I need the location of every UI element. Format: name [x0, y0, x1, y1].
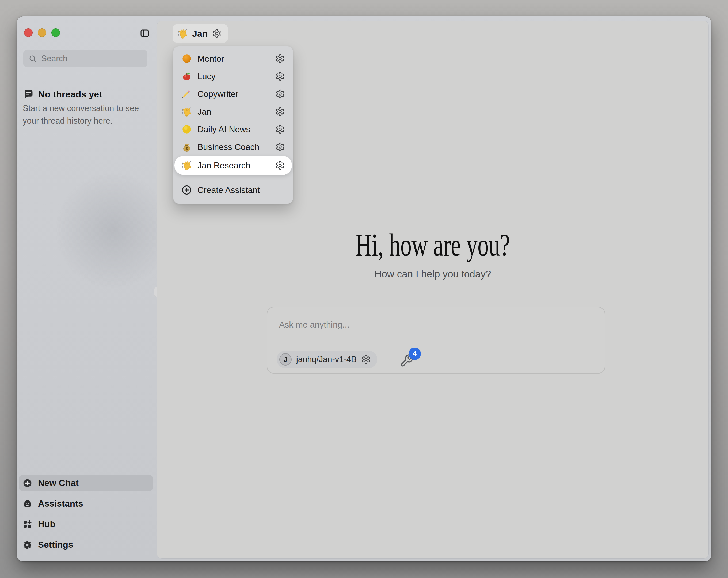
plus-circle-icon [181, 185, 192, 195]
menu-item-lucy[interactable]: Lucy [175, 68, 292, 85]
plus-circle-icon [23, 478, 32, 488]
menu-item-label: Jan Research [198, 160, 275, 171]
money-bag-emoji-icon [181, 142, 192, 152]
assistant-settings-icon[interactable] [275, 71, 285, 81]
desktop-background: Search No threads yet Start a new conver… [0, 0, 728, 578]
main-topbar: Jan [157, 21, 708, 46]
sidebar-item-settings[interactable]: Settings [19, 537, 153, 553]
orange-circle-emoji-icon [181, 53, 192, 64]
sidebar-item-label: Settings [38, 540, 73, 550]
model-settings-icon[interactable] [361, 355, 371, 364]
menu-item-mentor[interactable]: Mentor [175, 50, 292, 68]
empty-state-header: No threads yet [23, 89, 102, 100]
sidebar-item-new-chat[interactable]: New Chat [19, 475, 153, 491]
model-avatar: J [279, 353, 292, 366]
assistant-settings-icon[interactable] [275, 124, 285, 134]
tools-count-badge: 4 [409, 348, 421, 360]
sidebar-item-hub[interactable]: Hub [19, 516, 153, 532]
menu-item-label: Business Coach [198, 142, 275, 152]
menu-item-jan[interactable]: Jan [175, 103, 292, 120]
menu-item-copywriter[interactable]: Copywriter [175, 85, 292, 103]
minimize-button[interactable] [38, 28, 46, 37]
sidebar-item-label: Assistants [38, 499, 83, 509]
assistant-settings-icon[interactable] [275, 107, 285, 117]
pencil-emoji-icon [181, 89, 192, 99]
assistant-settings-icon[interactable] [275, 160, 285, 170]
message-square-icon [23, 89, 34, 100]
menu-item-business-coach[interactable]: Business Coach [175, 138, 292, 156]
greeting-title: Hi, how are you? [356, 227, 510, 263]
create-assistant-button[interactable]: Create Assistant [175, 181, 292, 199]
menu-item-jan-research[interactable]: Jan Research [175, 156, 292, 175]
search-input[interactable]: Search [23, 50, 148, 67]
sidebar-toggle-button[interactable] [140, 28, 150, 38]
model-selector-button[interactable]: J janhq/Jan-v1-4B [277, 351, 377, 368]
menu-item-label: Mentor [198, 54, 275, 64]
gear-icon[interactable] [212, 29, 222, 38]
assistant-settings-icon[interactable] [275, 89, 285, 99]
model-name: janhq/Jan-v1-4B [296, 355, 357, 364]
tools-button[interactable]: 4 [400, 354, 426, 375]
wave-emoji-icon [181, 160, 192, 171]
panel-left-icon [140, 28, 150, 38]
menu-item-label: Copywriter [198, 89, 275, 99]
assistant-settings-icon[interactable] [275, 142, 285, 152]
composer-placeholder: Ask me anything... [279, 320, 349, 330]
assistant-settings-icon[interactable] [275, 54, 285, 64]
menu-item-label: Jan [198, 107, 275, 117]
menu-item-label: Daily AI News [198, 124, 275, 134]
empty-state-description: Start a new conversation to see your thr… [23, 102, 144, 127]
gear-icon [23, 540, 32, 550]
empty-state-title: No threads yet [38, 89, 102, 100]
grid-plus-icon [23, 520, 32, 529]
zoom-button[interactable] [51, 28, 60, 37]
menu-divider [173, 178, 293, 178]
menu-item-label: Lucy [198, 71, 275, 81]
assistant-selector-label: Jan [192, 28, 208, 39]
assistant-menu: Mentor Lucy Copywriter Jan [173, 46, 293, 204]
create-assistant-label: Create Assistant [198, 185, 260, 195]
sidebar-nav: New Chat Assistants Hub Settings [19, 475, 153, 553]
assistant-bot-icon [23, 499, 32, 509]
menu-item-daily-ai-news[interactable]: Daily AI News [175, 120, 292, 138]
main-panel: Jan Mentor Lucy Copywriter [157, 21, 708, 558]
app-window: Search No threads yet Start a new conver… [17, 16, 711, 561]
search-placeholder: Search [41, 54, 68, 64]
yellow-circle-emoji-icon [181, 124, 192, 134]
sidebar-item-label: New Chat [38, 478, 79, 488]
sidebar-item-label: Hub [38, 519, 55, 529]
assistant-selector-button[interactable]: Jan [173, 24, 228, 43]
close-button[interactable] [24, 28, 33, 37]
red-apple-emoji-icon [181, 71, 192, 82]
traffic-lights [24, 28, 60, 37]
sidebar: Search No threads yet Start a new conver… [17, 16, 157, 561]
greeting-subtitle: How can I help you today? [157, 269, 708, 280]
composer[interactable]: Ask me anything... J janhq/Jan-v1-4B 4 [267, 307, 605, 374]
search-icon [29, 55, 37, 63]
wave-emoji-icon [181, 106, 192, 117]
sidebar-item-assistants[interactable]: Assistants [19, 496, 153, 512]
wave-emoji-icon [177, 28, 188, 39]
